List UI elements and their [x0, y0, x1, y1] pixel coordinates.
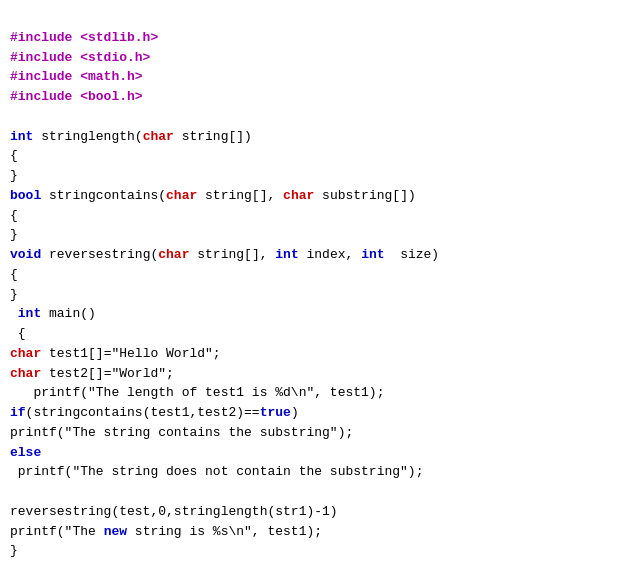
line-brace-open3: { — [10, 267, 18, 282]
line-fn-stringcontains: bool stringcontains(char string[], char … — [10, 188, 416, 203]
line-brace-close1: } — [10, 168, 18, 183]
line-brace-open4: { — [10, 326, 26, 341]
line-empty — [10, 484, 18, 499]
line-else: else — [10, 445, 41, 460]
line-printf-not-contains: printf("The string does not contain the … — [10, 464, 423, 479]
code-editor: #include <stdlib.h> #include <stdio.h> #… — [10, 8, 632, 561]
line-printf-length: printf("The length of test1 is %d\n", te… — [10, 385, 384, 400]
line-reversestring-call: reversestring(test,0,stringlength(str1)-… — [10, 504, 338, 519]
line-brace-close3: } — [10, 287, 18, 302]
line-if-contains: if(stringcontains(test1,test2)==true) — [10, 405, 299, 420]
line-fn-stringlength: int stringlength(char string[]) — [10, 129, 252, 144]
line-fn-main: int main() — [10, 306, 96, 321]
line-fn-reversestring: void reversestring(char string[], int in… — [10, 247, 439, 262]
line-printf-new-string: printf("The new string is %s\n", test1); — [10, 524, 322, 539]
line-brace-open1: { — [10, 148, 18, 163]
line-char-test1: char test1[]="Hello World"; — [10, 346, 221, 361]
line-include4: #include <bool.h> — [10, 89, 143, 104]
line-brace-close2: } — [10, 227, 18, 242]
line-include1: #include <stdlib.h> — [10, 30, 158, 45]
line-brace-close-main: } — [10, 543, 18, 558]
line-include3: #include <math.h> — [10, 69, 143, 84]
line-char-test2: char test2[]="World"; — [10, 366, 174, 381]
line-brace-open2: { — [10, 208, 18, 223]
line-include2: #include <stdio.h> — [10, 50, 150, 65]
line-printf-contains: printf("The string contains the substrin… — [10, 425, 353, 440]
